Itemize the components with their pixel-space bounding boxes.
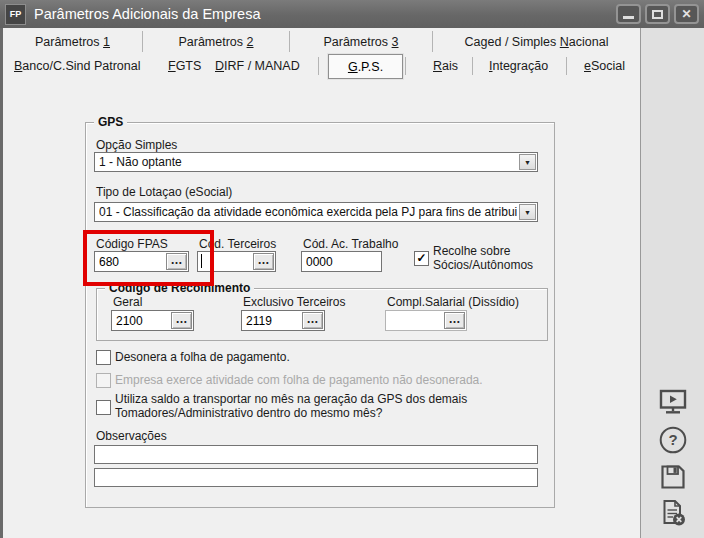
title-bar: FP Parâmetros Adicionais da Empresa ✕ xyxy=(0,0,704,28)
tipo-lotacao-value: 01 - Classificação da atividade econômic… xyxy=(99,205,517,219)
tab-separator xyxy=(472,57,473,75)
minimize-icon xyxy=(623,16,634,19)
tab-row-2: Banco/C.Sind Patronal FGTS DIRF / MANAD … xyxy=(3,53,640,80)
tab-separator xyxy=(566,57,567,75)
observacoes-field-1-wrap xyxy=(94,444,538,465)
tab-esocial[interactable]: eSocial xyxy=(584,59,625,73)
codigo-fpas-label: Código FPAS xyxy=(96,237,168,251)
compl-salarial-label: Compl.Salarial (Dissídio) xyxy=(387,295,519,309)
tab-row-1: Parâmetros 1 Parâmetros 2 Parâmetros 3 C… xyxy=(3,28,640,53)
tab-separator xyxy=(405,57,406,75)
compl-salarial-field-wrap: … xyxy=(385,310,467,331)
observacoes-input-2[interactable] xyxy=(94,468,538,487)
video-tutorial-button[interactable] xyxy=(654,385,692,419)
main-panel: Parâmetros 1 Parâmetros 2 Parâmetros 3 C… xyxy=(0,28,641,538)
tab-integracao[interactable]: Integração xyxy=(489,59,548,73)
tab-caged-simples-nacional[interactable]: Caged / Simples Nacional xyxy=(433,31,640,52)
cod-terceiros-field-wrap: … xyxy=(197,251,276,272)
check-icon: ✓ xyxy=(416,253,426,263)
opcao-simples-label: Opção Simples xyxy=(96,138,177,152)
codigo-fpas-field-wrap: … xyxy=(94,251,189,272)
opcao-simples-dropdown[interactable]: 1 - Não optante ▼ xyxy=(94,152,538,172)
empresa-exerce-checkbox: ✓ xyxy=(96,373,111,388)
close-button[interactable]: ✕ xyxy=(674,4,699,24)
recolhe-socios-label-line2: Sócios/Autônomos xyxy=(433,258,533,272)
tab-parametros-3[interactable]: Parâmetros 3 xyxy=(290,31,433,52)
cod-terceiros-label: Cód. Terceiros xyxy=(199,237,276,251)
desonera-label: Desonera a folha de pagamento. xyxy=(115,350,290,364)
close-icon: ✕ xyxy=(681,8,691,20)
maximize-button[interactable] xyxy=(645,4,670,24)
text-cursor xyxy=(201,254,202,268)
recolhe-socios-checkbox[interactable]: ✓ xyxy=(414,251,429,266)
tab-gps-selected[interactable]: G.P.S. xyxy=(328,54,403,79)
browse-icon[interactable]: … xyxy=(166,253,187,270)
geral-label: Geral xyxy=(113,295,142,309)
recolhe-socios-label-line1: Recolhe sobre xyxy=(433,244,510,258)
browse-icon[interactable]: … xyxy=(171,312,192,329)
cancel-document-icon xyxy=(657,497,689,529)
app-icon: FP xyxy=(5,4,26,25)
codigo-recolhimento-group-label: Código de Recolhimento xyxy=(105,281,254,295)
video-player-icon xyxy=(657,386,689,418)
chevron-down-icon[interactable]: ▼ xyxy=(519,204,536,220)
window-title: Parâmetros Adicionais da Empresa xyxy=(34,6,612,22)
help-button[interactable]: ? xyxy=(654,423,692,457)
codigo-recolhimento-groupbox: Código de Recolhimento Geral … Exclusivo… xyxy=(96,288,548,341)
empresa-exerce-label: Empresa exerce atividade com folha de pa… xyxy=(115,373,483,387)
minimize-button[interactable] xyxy=(616,4,641,24)
save-button[interactable] xyxy=(654,460,692,494)
gps-groupbox: GPS Opção Simples 1 - Não optante ▼ Tipo… xyxy=(85,122,555,508)
exclusivo-terceiros-field-wrap: … xyxy=(241,310,325,331)
utiliza-saldo-label-line2: Tomadores/Administrativo dentro do mesmo… xyxy=(115,406,382,420)
parametros-adicionais-window: FP Parâmetros Adicionais da Empresa ✕ Pa… xyxy=(0,0,704,538)
exclusivo-terceiros-label: Exclusivo Terceiros xyxy=(243,295,345,309)
tab-parametros-2[interactable]: Parâmetros 2 xyxy=(143,31,290,52)
tab-rais[interactable]: Rais xyxy=(433,59,458,73)
tab-banco-csind-patronal[interactable]: Banco/C.Sind Patronal xyxy=(14,59,140,73)
tipo-lotacao-dropdown[interactable]: 01 - Classificação da atividade econômic… xyxy=(94,202,538,222)
chevron-down-icon[interactable]: ▼ xyxy=(519,154,536,170)
observacoes-input-1[interactable] xyxy=(94,445,538,464)
gps-group-label: GPS xyxy=(94,115,127,129)
help-icon: ? xyxy=(657,424,689,456)
utiliza-saldo-checkbox[interactable]: ✓ xyxy=(96,400,111,415)
browse-icon[interactable]: … xyxy=(253,253,274,270)
browse-icon[interactable]: … xyxy=(302,312,323,329)
cod-ac-trabalho-field-wrap xyxy=(301,251,382,272)
tab-separator xyxy=(318,57,319,75)
desonera-checkbox[interactable]: ✓ xyxy=(96,350,111,365)
observacoes-field-2-wrap xyxy=(94,467,538,488)
tipo-lotacao-label: Tipo de Lotaçao (eSocial) xyxy=(96,185,232,199)
maximize-icon xyxy=(652,10,663,19)
side-toolbar: ? xyxy=(641,28,704,538)
tab-parametros-1[interactable]: Parâmetros 1 xyxy=(3,31,143,52)
save-icon xyxy=(657,461,689,493)
cod-ac-trabalho-label: Cód. Ac. Trabalho xyxy=(303,237,398,251)
tab-fgts[interactable]: FGTS xyxy=(168,59,201,73)
cancel-document-button[interactable] xyxy=(654,496,692,530)
utiliza-saldo-label-line1: Utiliza saldo a transportar no mês na ge… xyxy=(115,392,467,406)
browse-icon[interactable]: … xyxy=(444,312,465,329)
geral-field-wrap: … xyxy=(111,310,194,331)
opcao-simples-value: 1 - Não optante xyxy=(99,155,517,169)
observacoes-label: Observações xyxy=(96,429,167,443)
svg-text:?: ? xyxy=(668,431,677,448)
cod-ac-trabalho-input[interactable] xyxy=(301,251,382,272)
tab-dirf-manad[interactable]: DIRF / MANAD xyxy=(215,59,300,73)
